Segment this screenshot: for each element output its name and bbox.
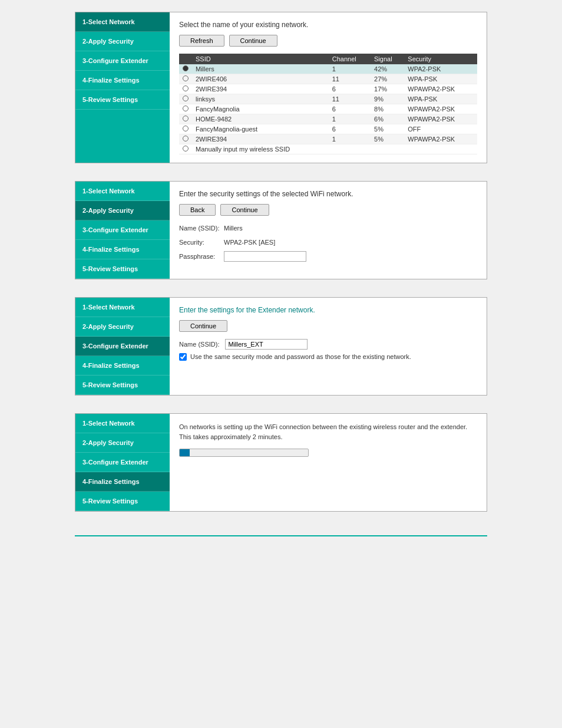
- channel-cell: 11: [329, 74, 371, 84]
- sidebar-step-3-1[interactable]: 1-Select Network: [75, 298, 170, 317]
- table-row[interactable]: linksys 11 9% WPA-PSK: [179, 94, 477, 104]
- sidebar-step-3-4[interactable]: 4-Finalize Settings: [75, 356, 170, 375]
- panel2-content: Enter the security settings of the selec…: [170, 182, 487, 279]
- panel1-btn-row: Refresh Continue: [179, 35, 477, 47]
- signal-cell: 8%: [371, 104, 404, 114]
- sidebar-step-2-1[interactable]: 1-Select Network: [75, 182, 170, 201]
- sidebar-step-1-1[interactable]: 1-Select Network: [75, 12, 170, 32]
- table-row[interactable]: FancyMagnolia-guest 6 5% OFF: [179, 124, 477, 134]
- ssid-cell: FancyMagnolia-guest: [192, 124, 329, 134]
- security-cell: WPAWPA2-PSK: [404, 114, 477, 124]
- radio-cell[interactable]: [179, 144, 192, 154]
- continue-button-2[interactable]: Continue: [220, 204, 269, 216]
- radio-dot: [183, 95, 189, 101]
- panel3-content: Enter the settings for the Extender netw…: [170, 298, 487, 395]
- passphrase-input[interactable]: [224, 251, 306, 262]
- sidebar-step-4-5[interactable]: 5-Review Settings: [75, 492, 170, 511]
- signal-cell: 42%: [371, 64, 404, 74]
- continue-button-3[interactable]: Continue: [179, 320, 227, 332]
- ssid-cell: FancyMagnolia: [192, 104, 329, 114]
- sidebar-step-1-3[interactable]: 3-Configure Extender: [75, 51, 170, 71]
- radio-cell[interactable]: [179, 114, 192, 124]
- table-row[interactable]: 2WIRE394 6 17% WPAWPA2-PSK: [179, 84, 477, 94]
- table-row[interactable]: Manually input my wireless SSID: [179, 144, 477, 154]
- sidebar-step-1-4[interactable]: 4-Finalize Settings: [75, 71, 170, 90]
- sidebar-step-4-2[interactable]: 2-Apply Security: [75, 433, 170, 453]
- radio-cell[interactable]: [179, 104, 192, 114]
- back-button-2[interactable]: Back: [179, 204, 216, 216]
- security-cell: [404, 144, 477, 154]
- sidebar-step-3-3[interactable]: 3-Configure Extender: [75, 337, 170, 356]
- col-signal: Signal: [371, 54, 404, 64]
- panel2-btn-row: Back Continue: [179, 204, 477, 216]
- sidebar-step-4-3[interactable]: 3-Configure Extender: [75, 453, 170, 472]
- sidebar-step-2-3[interactable]: 3-Configure Extender: [75, 220, 170, 240]
- col-ssid: SSID: [192, 54, 329, 64]
- security-label: Security:: [179, 237, 220, 249]
- channel-cell: [329, 144, 371, 154]
- security-row: Security: WPA2-PSK [AES]: [179, 237, 477, 249]
- table-row[interactable]: 2WIRE394 1 5% WPAWPA2-PSK: [179, 134, 477, 144]
- extender-name-label: Name (SSID):: [179, 341, 219, 348]
- continue-button-1[interactable]: Continue: [229, 35, 277, 47]
- panel-apply-security: 1-Select Network 2-Apply Security 3-Conf…: [75, 181, 487, 279]
- bottom-divider: [75, 535, 487, 536]
- table-row[interactable]: 2WIRE406 11 27% WPA-PSK: [179, 74, 477, 84]
- passphrase-row: Passphrase:: [179, 251, 477, 263]
- progress-bar-outer: [179, 449, 309, 457]
- panel1-title: Select the name of your existing network…: [179, 21, 477, 29]
- panel-select-network: 1-Select Network 2-Apply Security 3-Conf…: [75, 12, 487, 163]
- sidebar-step-1-5[interactable]: 5-Review Settings: [75, 90, 170, 110]
- table-row[interactable]: HOME-9482 1 6% WPAWPA2-PSK: [179, 114, 477, 124]
- radio-cell[interactable]: [179, 124, 192, 134]
- signal-cell: 27%: [371, 74, 404, 84]
- extender-name-input[interactable]: [225, 339, 308, 350]
- security-form: Name (SSID): Millers Security: WPA2-PSK …: [179, 223, 477, 262]
- sidebar-step-3-2[interactable]: 2-Apply Security: [75, 317, 170, 337]
- progress-text: On networks is setting up the WiFi conne…: [179, 422, 477, 442]
- panel2-title: Enter the security settings of the selec…: [179, 190, 477, 198]
- col-security: Security: [404, 54, 477, 64]
- sidebar-step-2-2[interactable]: 2-Apply Security: [75, 201, 170, 220]
- security-cell: WPAWPA2-PSK: [404, 84, 477, 94]
- signal-cell: 9%: [371, 94, 404, 104]
- panel3-title: Enter the settings for the Extender netw…: [179, 306, 477, 314]
- sidebar-step-4-1[interactable]: 1-Select Network: [75, 414, 170, 433]
- refresh-button[interactable]: Refresh: [179, 35, 224, 47]
- sidebar-step-2-4[interactable]: 4-Finalize Settings: [75, 240, 170, 259]
- radio-cell[interactable]: [179, 74, 192, 84]
- sidebar-step-1-2[interactable]: 2-Apply Security: [75, 32, 170, 51]
- channel-cell: 1: [329, 64, 371, 74]
- radio-cell[interactable]: [179, 94, 192, 104]
- security-cell: WPA2-PSK: [404, 64, 477, 74]
- panel4-content: On networks is setting up the WiFi conne…: [170, 414, 487, 511]
- ssid-cell: HOME-9482: [192, 114, 329, 124]
- same-security-checkbox[interactable]: [179, 353, 187, 361]
- name-value: Millers: [224, 223, 243, 235]
- passphrase-label: Passphrase:: [179, 251, 220, 263]
- table-row[interactable]: FancyMagnolia 6 8% WPAWPA2-PSK: [179, 104, 477, 114]
- extender-name-row: Name (SSID):: [179, 339, 477, 350]
- name-row: Name (SSID): Millers: [179, 223, 477, 235]
- radio-cell[interactable]: [179, 134, 192, 144]
- sidebar-3: 1-Select Network 2-Apply Security 3-Conf…: [75, 298, 170, 395]
- radio-cell[interactable]: [179, 84, 192, 94]
- radio-cell[interactable]: [179, 64, 192, 74]
- page-wrapper: 1-Select Network 2-Apply Security 3-Conf…: [75, 12, 487, 536]
- col-channel: Channel: [329, 54, 371, 64]
- ssid-cell: 2WIRE406: [192, 74, 329, 84]
- extender-checkbox-row: Use the same security mode and password …: [179, 353, 477, 361]
- security-cell: WPAWPA2-PSK: [404, 104, 477, 114]
- panel-finalize-settings: 1-Select Network 2-Apply Security 3-Conf…: [75, 413, 487, 512]
- table-row[interactable]: Millers 1 42% WPA2-PSK: [179, 64, 477, 74]
- ssid-cell: 2WIRE394: [192, 84, 329, 94]
- sidebar-step-4-4[interactable]: 4-Finalize Settings: [75, 472, 170, 492]
- signal-cell: [371, 144, 404, 154]
- same-security-label: Use the same security mode and password …: [190, 353, 411, 360]
- radio-dot: [183, 116, 189, 121]
- security-cell: WPA-PSK: [404, 74, 477, 84]
- sidebar-step-2-5[interactable]: 5-Review Settings: [75, 259, 170, 279]
- radio-dot: [183, 126, 189, 131]
- sidebar-step-3-5[interactable]: 5-Review Settings: [75, 375, 170, 395]
- progress-bar-inner: [180, 449, 190, 456]
